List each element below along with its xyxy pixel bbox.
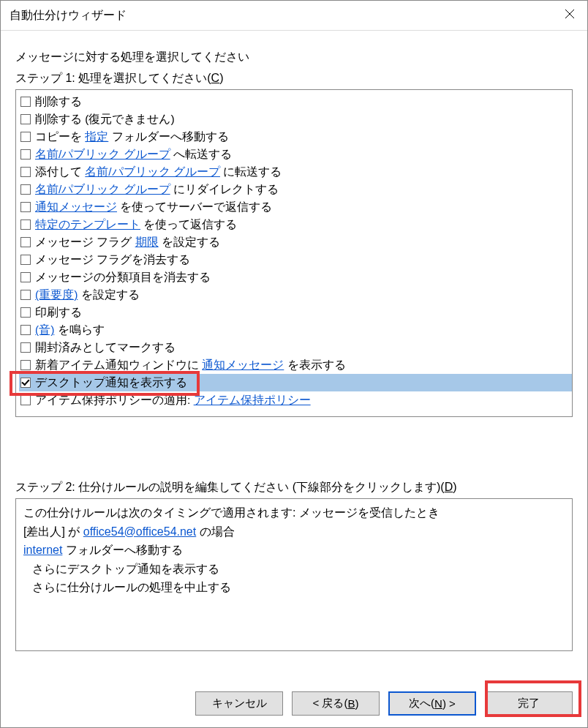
action-row[interactable]: コピーを 指定 フォルダーへ移動する bbox=[19, 128, 572, 146]
action-label: デスクトップ通知を表示する bbox=[35, 374, 187, 391]
action-checkbox[interactable] bbox=[20, 360, 31, 370]
action-label: 開封済みとしてマークする bbox=[35, 339, 176, 356]
action-checkbox[interactable] bbox=[20, 237, 31, 247]
action-label: メッセージ フラグ 期限 を設定する bbox=[35, 233, 220, 251]
action-checkbox[interactable] bbox=[20, 290, 31, 300]
action-label: (音) を鳴らす bbox=[35, 321, 105, 339]
back-button[interactable]: < 戻る(B) bbox=[292, 691, 380, 716]
action-checkbox[interactable] bbox=[20, 342, 31, 353]
action-checkbox[interactable] bbox=[20, 97, 31, 107]
action-checkbox[interactable] bbox=[20, 167, 31, 177]
action-link[interactable]: 名前/パブリック グループ bbox=[35, 148, 170, 160]
desc-line-1: この仕分けルールは次のタイミングで適用されます: メッセージを受信したとき bbox=[23, 503, 565, 522]
action-row[interactable]: 削除する (復元できません) bbox=[19, 110, 572, 128]
cancel-button[interactable]: キャンセル bbox=[195, 691, 283, 716]
action-label: メッセージ フラグを消去する bbox=[35, 251, 190, 269]
action-link[interactable]: 特定のテンプレート bbox=[35, 218, 140, 230]
action-link[interactable]: 名前/パブリック グループ bbox=[85, 165, 220, 178]
action-row[interactable]: 新着アイテム通知ウィンドウに 通知メッセージ を表示する bbox=[19, 356, 572, 374]
action-checkbox[interactable] bbox=[20, 325, 31, 335]
action-checkbox[interactable] bbox=[20, 114, 31, 124]
rule-description-box[interactable]: この仕分けルールは次のタイミングで適用されます: メッセージを受信したとき [差… bbox=[15, 498, 573, 651]
action-checkbox[interactable] bbox=[20, 219, 31, 230]
next-button[interactable]: 次へ(N) > bbox=[388, 691, 476, 716]
instruction-text: メッセージに対する処理を選択してください bbox=[15, 50, 573, 65]
content-area: メッセージに対する処理を選択してください ステップ 1: 処理を選択してください… bbox=[1, 31, 587, 683]
action-label: 削除する bbox=[35, 93, 82, 110]
button-row: キャンセル < 戻る(B) 次へ(N) > 完了 bbox=[1, 683, 587, 727]
action-checkbox[interactable] bbox=[20, 272, 31, 282]
action-row[interactable]: 削除する bbox=[19, 93, 572, 110]
action-checkbox[interactable] bbox=[20, 132, 31, 142]
action-row[interactable]: 開封済みとしてマークする bbox=[19, 339, 572, 356]
rules-wizard-window: 自動仕分けウィザード メッセージに対する処理を選択してください ステップ 1: … bbox=[0, 0, 588, 728]
action-label: 新着アイテム通知ウィンドウに 通知メッセージ を表示する bbox=[35, 356, 346, 374]
action-label: コピーを 指定 フォルダーへ移動する bbox=[35, 128, 229, 146]
finish-button[interactable]: 完了 bbox=[485, 691, 573, 716]
action-row[interactable]: 名前/パブリック グループ にリダイレクトする bbox=[19, 181, 572, 198]
desc-folder-link[interactable]: internet bbox=[23, 544, 62, 556]
action-label: 通知メッセージ を使ってサーバーで返信する bbox=[35, 198, 272, 216]
action-checkbox[interactable] bbox=[20, 378, 31, 388]
step1-label: ステップ 1: 処理を選択してください(C) bbox=[15, 71, 573, 86]
action-label: 特定のテンプレート を使って返信する bbox=[35, 216, 237, 233]
action-link[interactable]: 期限 bbox=[135, 236, 159, 248]
action-label: 名前/パブリック グループ へ転送する bbox=[35, 146, 232, 163]
desc-line-3: internet フォルダーへ移動する bbox=[23, 541, 565, 560]
action-row[interactable]: 名前/パブリック グループ へ転送する bbox=[19, 146, 572, 163]
action-row[interactable]: 通知メッセージ を使ってサーバーで返信する bbox=[19, 198, 572, 216]
action-row[interactable]: (音) を鳴らす bbox=[19, 321, 572, 339]
action-link[interactable]: 通知メッセージ bbox=[202, 359, 284, 371]
action-label: 印刷する bbox=[35, 304, 82, 321]
action-label: 削除する (復元できません) bbox=[35, 110, 175, 128]
titlebar: 自動仕分けウィザード bbox=[1, 1, 587, 31]
desc-line-2: [差出人] が office54@office54.net の場合 bbox=[23, 522, 565, 541]
action-checkbox[interactable] bbox=[20, 395, 31, 405]
action-label: メッセージの分類項目を消去する bbox=[35, 269, 211, 286]
action-row[interactable]: アイテム保持ポリシーの適用: アイテム保持ポリシー bbox=[19, 391, 572, 409]
action-row[interactable]: 添付して 名前/パブリック グループ に転送する bbox=[19, 163, 572, 181]
actions-listbox[interactable]: 削除する削除する (復元できません)コピーを 指定 フォルダーへ移動する名前/パ… bbox=[15, 89, 573, 417]
action-link[interactable]: (重要度) bbox=[35, 288, 78, 301]
action-checkbox[interactable] bbox=[20, 184, 31, 195]
action-label: 名前/パブリック グループ にリダイレクトする bbox=[35, 181, 279, 198]
action-row[interactable]: デスクトップ通知を表示する bbox=[19, 374, 572, 391]
action-checkbox[interactable] bbox=[20, 202, 31, 212]
action-link[interactable]: 指定 bbox=[85, 130, 108, 143]
desc-line-5: さらに仕分けルールの処理を中止する bbox=[23, 578, 565, 597]
step2-label: ステップ 2: 仕分けルールの説明を編集してください (下線部分をクリックします… bbox=[15, 480, 573, 495]
action-row[interactable]: メッセージの分類項目を消去する bbox=[19, 269, 572, 286]
action-link[interactable]: 名前/パブリック グループ bbox=[35, 183, 170, 195]
action-checkbox[interactable] bbox=[20, 149, 31, 160]
action-checkbox[interactable] bbox=[20, 255, 31, 265]
desc-sender-link[interactable]: office54@office54.net bbox=[83, 525, 196, 538]
action-checkbox[interactable] bbox=[20, 307, 31, 318]
action-row[interactable]: メッセージ フラグを消去する bbox=[19, 251, 572, 269]
action-link[interactable]: 通知メッセージ bbox=[35, 200, 117, 213]
action-label: (重要度) を設定する bbox=[35, 286, 140, 304]
action-row[interactable]: 印刷する bbox=[19, 304, 572, 321]
close-icon bbox=[565, 8, 575, 23]
action-link[interactable]: アイテム保持ポリシー bbox=[194, 394, 311, 406]
close-button[interactable] bbox=[552, 1, 587, 30]
window-title: 自動仕分けウィザード bbox=[10, 8, 552, 23]
action-label: アイテム保持ポリシーの適用: アイテム保持ポリシー bbox=[35, 391, 311, 409]
action-label: 添付して 名前/パブリック グループ に転送する bbox=[35, 163, 282, 181]
action-row[interactable]: 特定のテンプレート を使って返信する bbox=[19, 216, 572, 233]
action-row[interactable]: (重要度) を設定する bbox=[19, 286, 572, 304]
action-row[interactable]: メッセージ フラグ 期限 を設定する bbox=[19, 233, 572, 251]
action-link[interactable]: (音) bbox=[35, 323, 54, 336]
desc-line-4: さらにデスクトップ通知を表示する bbox=[23, 560, 565, 579]
